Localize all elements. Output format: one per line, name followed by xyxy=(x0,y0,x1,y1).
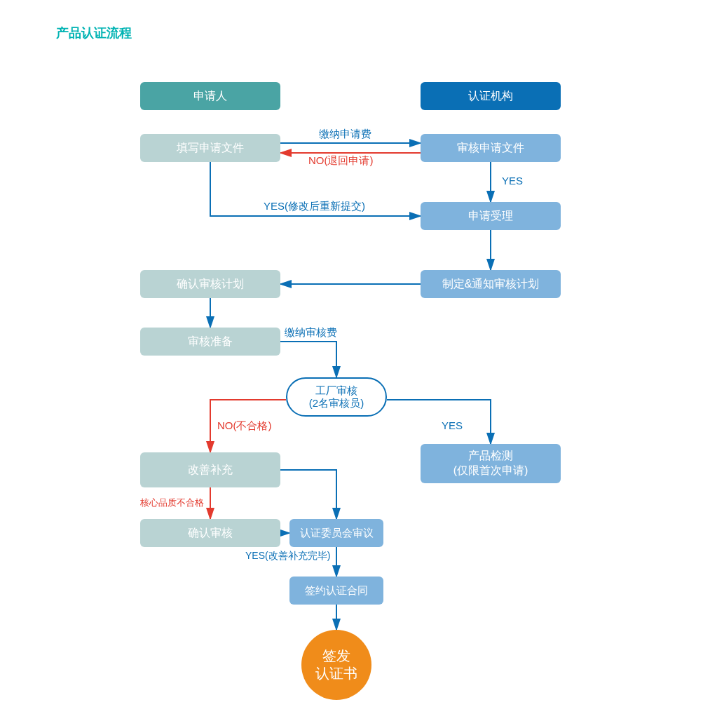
connectors-layer xyxy=(0,0,703,728)
edge-pay-audit-fee: 缴纳审核费 xyxy=(285,326,337,339)
edge-yes-resubmit: YES(修改后重新提交) xyxy=(264,200,365,213)
node-sign-contract-label: 签约认证合同 xyxy=(305,584,368,598)
node-issue-certificate: 签发 认证书 xyxy=(301,630,371,700)
node-factory-audit-line1: 工厂审核 xyxy=(309,384,364,397)
node-committee-review: 认证委员会审议 xyxy=(289,519,383,547)
edge-no-return: NO(退回申请) xyxy=(308,154,374,168)
node-issue-certificate-line2: 认证书 xyxy=(315,665,357,682)
node-product-test-line2: (仅限首次申请) xyxy=(453,464,528,478)
node-product-test: 产品检测 (仅限首次申请) xyxy=(421,444,561,483)
diagram-canvas: 产品认证流程 xyxy=(0,0,703,728)
edge-core-quality-fail: 核心品质不合格 xyxy=(140,497,204,509)
node-confirm-audit-label: 确认审核 xyxy=(188,526,233,541)
edge-pay-application-fee: 缴纳申请费 xyxy=(319,128,371,141)
node-accept-application: 申请受理 xyxy=(421,202,561,230)
node-fill-application: 填写申请文件 xyxy=(140,134,280,162)
node-accept-application-label: 申请受理 xyxy=(468,209,513,224)
node-review-application-label: 审核申请文件 xyxy=(457,141,524,156)
node-make-audit-plan-label: 制定&通知审核计划 xyxy=(442,277,540,292)
header-applicant: 申请人 xyxy=(140,82,280,110)
node-sign-contract: 签约认证合同 xyxy=(289,577,383,605)
node-factory-audit-line2: (2名审核员) xyxy=(309,397,364,410)
node-product-test-line1: 产品检测 xyxy=(453,449,528,464)
edge-yes-improved: YES(改善补充完毕) xyxy=(245,550,330,562)
edge-yes-r1r2: YES xyxy=(502,175,523,187)
header-agency-label: 认证机构 xyxy=(468,89,513,104)
node-review-application: 审核申请文件 xyxy=(421,134,561,162)
edge-no-fail: NO(不合格) xyxy=(217,419,272,433)
diagram-title: 产品认证流程 xyxy=(56,25,132,41)
node-make-audit-plan: 制定&通知审核计划 xyxy=(421,270,561,298)
node-confirm-audit-plan-label: 确认审核计划 xyxy=(177,277,244,292)
node-committee-review-label: 认证委员会审议 xyxy=(300,527,374,540)
node-improvement-label: 改善补充 xyxy=(188,463,233,478)
header-agency: 认证机构 xyxy=(421,82,561,110)
node-factory-audit: 工厂审核 (2名审核员) xyxy=(286,377,387,417)
node-improvement: 改善补充 xyxy=(140,452,280,487)
node-audit-prepare-label: 审核准备 xyxy=(188,335,233,349)
node-confirm-audit: 确认审核 xyxy=(140,519,280,547)
node-confirm-audit-plan: 确认审核计划 xyxy=(140,270,280,298)
header-applicant-label: 申请人 xyxy=(193,89,227,104)
node-fill-application-label: 填写申请文件 xyxy=(177,141,244,156)
node-issue-certificate-line1: 签发 xyxy=(315,647,357,665)
edge-yes-c5r6: YES xyxy=(442,419,463,431)
node-audit-prepare: 审核准备 xyxy=(140,328,280,356)
